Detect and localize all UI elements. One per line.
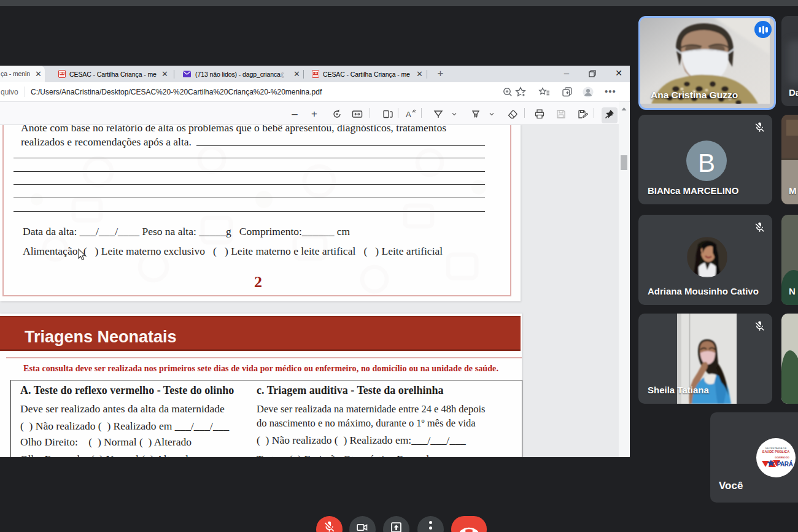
svg-text:A: A [406, 110, 411, 119]
svg-text:SECRETARIA DE: SECRETARIA DE [765, 447, 787, 450]
svg-text:PARÁ: PARÁ [777, 460, 793, 468]
svg-text:GOVERNO DO: GOVERNO DO [775, 457, 789, 459]
svg-text:SAÚDE PÚBLICA: SAÚDE PÚBLICA [762, 450, 789, 453]
